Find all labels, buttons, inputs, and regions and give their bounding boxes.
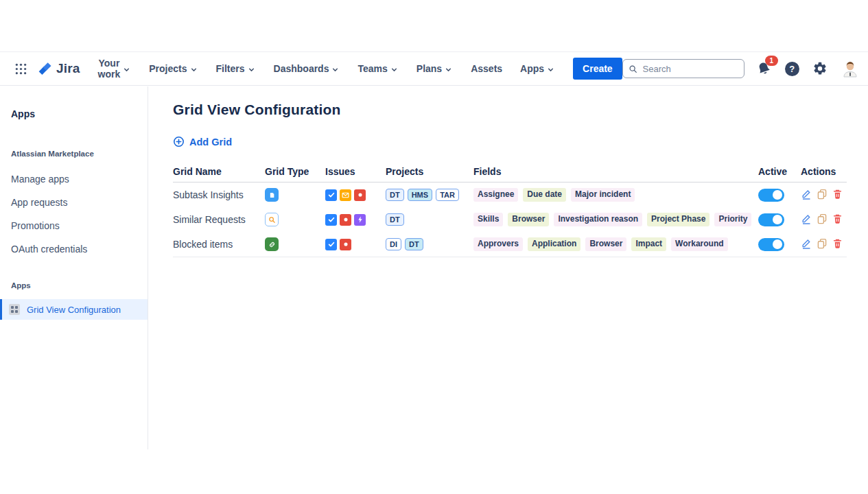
nav-item-label: Your work [98, 58, 121, 80]
fields-cell: SkillsBrowserInvestigation reasonProject… [473, 213, 758, 226]
field-chip: Browser [585, 237, 626, 251]
copy-button[interactable] [817, 238, 828, 251]
create-button[interactable]: Create [573, 58, 622, 80]
delete-button[interactable] [832, 213, 843, 226]
header-projects: Projects [386, 166, 473, 177]
nav-item-label: Teams [357, 63, 387, 74]
issues-cell [325, 214, 386, 226]
search-box [622, 59, 744, 78]
notifications-button[interactable]: 1 [755, 60, 773, 78]
toggle-knob [773, 215, 782, 224]
gear-icon [812, 61, 828, 76]
grid-dots-icon [15, 63, 27, 75]
nav-item-your-work[interactable]: Your work [98, 58, 132, 80]
edit-button[interactable] [801, 213, 812, 226]
table-row: Blocked items DIDT ApproversApplicationB… [173, 232, 847, 257]
notification-badge: 1 [765, 56, 778, 66]
nav-item-projects[interactable]: Projects [149, 63, 198, 74]
nav-item-dashboards[interactable]: Dashboards [274, 63, 340, 74]
app-switcher-icon[interactable] [12, 60, 30, 78]
change-icon [354, 214, 366, 226]
delete-button[interactable] [832, 189, 843, 202]
copy-icon [817, 238, 828, 251]
edit-icon [801, 213, 812, 226]
grid-name: Subtask Insights [173, 189, 265, 200]
list-item: App requests [0, 191, 148, 214]
search-input[interactable] [642, 63, 738, 75]
jira-logo-text: Jira [56, 61, 80, 76]
delete-button[interactable] [832, 238, 843, 251]
field-chip: Application [528, 237, 580, 251]
field-chip: Due date [523, 188, 566, 202]
copy-icon [817, 189, 828, 202]
sidebar: Apps Atlassian Marketplace Manage appsAp… [0, 86, 148, 449]
nav-item-teams[interactable]: Teams [357, 63, 398, 74]
chevron-down-icon [390, 65, 399, 74]
chevron-down-icon [189, 65, 198, 74]
sidebar-section-apps: Apps [0, 281, 148, 290]
actions-cell [801, 189, 847, 202]
chevron-down-icon [444, 65, 453, 74]
field-chip: Workaround [671, 237, 727, 251]
grid-type-cell [265, 213, 325, 226]
grid-type-cell [265, 237, 325, 251]
sidebar-item-app-requests[interactable]: App requests [0, 191, 148, 214]
actions-cell [801, 213, 847, 226]
actions-cell [801, 238, 847, 251]
grid-name: Blocked items [173, 239, 265, 250]
nav-item-label: Apps [520, 63, 544, 74]
sidebar-item-oauth-credentials[interactable]: OAuth credentials [0, 237, 148, 261]
sidebar-item-promotions[interactable]: Promotions [0, 214, 148, 237]
sidebar-item-manage-apps[interactable]: Manage apps [0, 167, 148, 191]
sidebar-item-label: Grid View Configuration [27, 305, 121, 315]
header-issues: Issues [325, 166, 386, 177]
page-title: Grid View Configuration [173, 102, 868, 118]
copy-button[interactable] [817, 189, 828, 202]
nav-item-label: Dashboards [274, 63, 329, 74]
grid-type-cell [265, 188, 325, 202]
nav-item-label: Projects [149, 63, 187, 74]
delete-icon [832, 238, 843, 251]
add-grid-button[interactable]: Add Grid [173, 136, 232, 148]
nav-item-plans[interactable]: Plans [417, 63, 453, 74]
task-icon [325, 214, 337, 226]
toggle-knob [773, 190, 782, 200]
settings-button[interactable] [811, 60, 829, 78]
active-toggle[interactable] [758, 213, 784, 226]
grid-table: Grid Name Grid Type Issues Projects Fiel… [173, 161, 847, 257]
projects-cell: DTHMSTAR [386, 189, 473, 201]
project-chip: DI [386, 238, 401, 250]
active-toggle[interactable] [758, 238, 784, 251]
chevron-down-icon [331, 65, 340, 74]
nav-item-apps[interactable]: Apps [520, 63, 555, 74]
link-grid-icon [265, 237, 279, 251]
nav-item-assets[interactable]: Assets [471, 63, 502, 74]
header-fields: Fields [473, 166, 758, 177]
table-header-row: Grid Name Grid Type Issues Projects Fiel… [173, 161, 847, 183]
project-chip: DT [405, 238, 423, 250]
user-avatar[interactable] [839, 58, 861, 80]
help-button[interactable]: ? [784, 60, 801, 78]
jira-logo[interactable]: Jira [36, 60, 80, 78]
list-item: Manage apps [0, 167, 148, 191]
active-toggle[interactable] [758, 189, 784, 202]
nav-item-label: Plans [417, 63, 442, 74]
sidebar-heading: Apps [0, 108, 148, 119]
field-chip: Skills [473, 213, 503, 226]
header-actions: Actions [801, 166, 847, 177]
delete-icon [832, 213, 843, 226]
copy-button[interactable] [817, 213, 828, 226]
edit-button[interactable] [801, 238, 812, 251]
help-icon: ? [785, 62, 799, 76]
chevron-down-icon [546, 65, 555, 74]
primary-nav: Your workProjectsFiltersDashboardsTeamsP… [98, 58, 555, 80]
nav-item-filters[interactable]: Filters [216, 63, 256, 74]
header-grid-type: Grid Type [265, 166, 325, 177]
grid-table-body: Subtask Insights DTHMSTAR AssigneeDue da… [173, 183, 847, 257]
field-chip: Assignee [473, 188, 518, 202]
grid-name: Similar Requests [173, 214, 265, 225]
plus-circle-icon [173, 136, 185, 148]
edit-button[interactable] [801, 189, 812, 202]
page: Jira Your workProjectsFiltersDashboardsT… [0, 0, 868, 494]
sidebar-item-grid-view-configuration[interactable]: Grid View Configuration [0, 299, 148, 320]
